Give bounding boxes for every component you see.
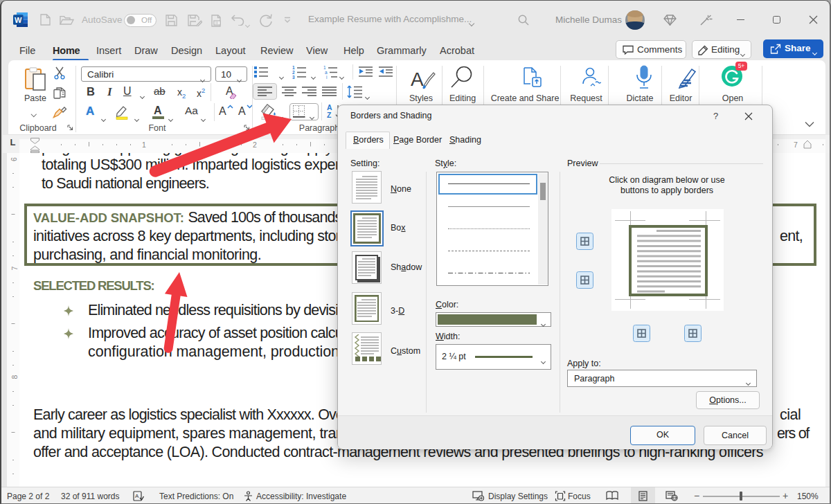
svg-text:7: 7 — [10, 266, 19, 270]
svg-text:1: 1 — [323, 65, 326, 70]
svg-text:Z: Z — [327, 111, 332, 119]
svg-text:A: A — [135, 493, 139, 499]
svg-text:2: 2 — [253, 141, 257, 149]
svg-text:8: 8 — [10, 375, 19, 379]
svg-text:3: 3 — [292, 75, 295, 79]
svg-text:6: 6 — [10, 156, 18, 161]
svg-text:W: W — [15, 16, 22, 24]
svg-text:1: 1 — [142, 141, 146, 149]
svg-text:A: A — [411, 69, 424, 90]
svg-text:a: a — [325, 70, 328, 75]
svg-text:1: 1 — [292, 65, 295, 70]
svg-text:i: i — [326, 75, 327, 79]
svg-text:7: 7 — [794, 141, 798, 149]
svg-text:2: 2 — [292, 70, 295, 75]
